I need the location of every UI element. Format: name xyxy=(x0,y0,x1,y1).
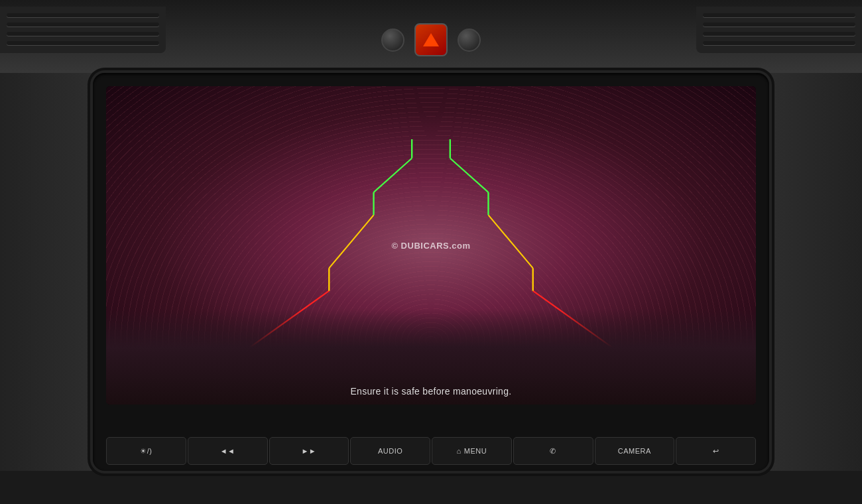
back-icon: ↩ xyxy=(713,447,719,456)
hazard-button[interactable] xyxy=(414,23,448,56)
vent-slat xyxy=(703,41,855,45)
prev-icon: ◄◄ xyxy=(220,447,235,455)
svg-line-7 xyxy=(488,215,532,268)
right-panel xyxy=(769,73,862,471)
vent-slat xyxy=(703,13,855,17)
vent-slat xyxy=(703,32,855,36)
safety-message: Ensure it is safe before manoeuvring. xyxy=(106,386,756,397)
top-knob-right[interactable] xyxy=(458,29,481,52)
phone-icon: ✆ xyxy=(550,447,556,456)
next-button[interactable]: ►► xyxy=(269,437,349,465)
svg-line-10 xyxy=(374,158,412,192)
camera-label: CAMERA xyxy=(618,447,651,455)
camera-view: © DUBICARS.com Ensure it is safe before … xyxy=(106,86,756,405)
svg-line-11 xyxy=(450,158,489,192)
scene: VOL PUSH ⏻ TUNE·SCROLL PUSH SOUND xyxy=(0,0,862,504)
vent-slat xyxy=(7,32,159,36)
watermark: © DUBICARS.com xyxy=(391,241,470,251)
vent-right xyxy=(696,7,862,53)
brightness-icon: ☀/) xyxy=(140,447,152,456)
bottom-buttons: ☀/) ◄◄ ►► AUDIO ⌂ MENU ✆ CAMERA ↩ xyxy=(106,431,756,471)
phone-button[interactable]: ✆ xyxy=(513,437,593,465)
svg-line-6 xyxy=(329,215,373,268)
vent-slat xyxy=(7,23,159,27)
audio-button[interactable]: AUDIO xyxy=(350,437,430,465)
hazard-triangle-icon xyxy=(423,33,439,46)
vent-left xyxy=(0,7,166,53)
vent-slat xyxy=(7,13,159,17)
brightness-button[interactable]: ☀/) xyxy=(106,437,186,465)
audio-label: AUDIO xyxy=(378,447,402,455)
camera-button[interactable]: CAMERA xyxy=(595,437,675,465)
menu-button[interactable]: ⌂ MENU xyxy=(432,437,512,465)
vent-slat xyxy=(703,23,855,27)
dashboard-top xyxy=(0,0,862,80)
vent-slat xyxy=(7,41,159,45)
top-center-controls xyxy=(381,23,481,56)
next-icon: ►► xyxy=(301,447,316,455)
prev-button[interactable]: ◄◄ xyxy=(188,437,268,465)
infotainment-unit: VOL PUSH ⏻ TUNE·SCROLL PUSH SOUND xyxy=(93,73,769,471)
menu-label: MENU xyxy=(464,447,487,455)
top-knob-left[interactable] xyxy=(381,29,404,52)
left-panel xyxy=(0,73,93,471)
camera-screen: © DUBICARS.com Ensure it is safe before … xyxy=(106,86,756,405)
home-icon: ⌂ xyxy=(457,447,462,455)
bottom-dash xyxy=(0,471,862,504)
back-button[interactable]: ↩ xyxy=(676,437,756,465)
